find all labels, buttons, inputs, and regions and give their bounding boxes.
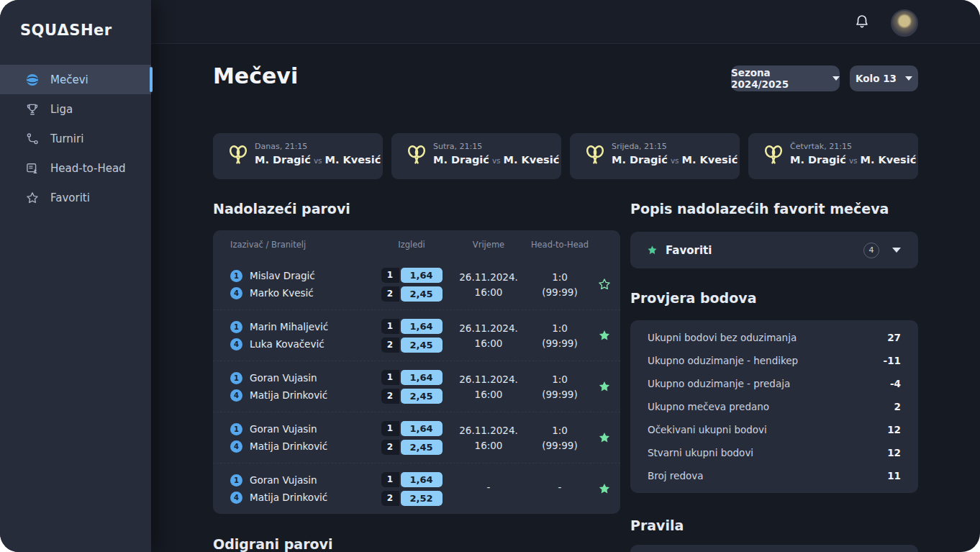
player-one: M. Dragić xyxy=(433,154,489,166)
match-card[interactable]: Danas, 21:15 M. DragićvsM. Kvesić xyxy=(213,133,383,179)
match-card[interactable]: Četvrtak, 21:15 M. DragićvsM. Kvesić xyxy=(748,133,918,179)
score-row: Ukupno mečeva predano2 xyxy=(630,395,918,418)
score-value: 27 xyxy=(887,332,901,343)
h2h-score: 1:0 xyxy=(522,374,597,385)
vs-label: vs xyxy=(668,156,682,165)
match-hour: 16:00 xyxy=(455,338,522,349)
topbar xyxy=(151,0,980,44)
app-window: SQUΔSHer Mečevi Liga Turniri xyxy=(0,0,980,552)
time-cell: 26.11.2024.16:00 xyxy=(455,322,522,349)
odds-button-1[interactable]: 11,64 xyxy=(381,421,443,436)
seed-badge: 4 xyxy=(230,287,242,299)
h2h-cell: 1:0(99:99) xyxy=(522,271,597,298)
ball-icon xyxy=(24,72,40,88)
vs-label: vs xyxy=(846,156,861,165)
table-row: 1Marin Mihaljević 4Luka Kovačević 11,64 … xyxy=(213,309,620,361)
player-name: Marko Kvesić xyxy=(250,287,314,299)
h2h-score: 1:0 xyxy=(522,322,597,334)
page-title: Mečevi xyxy=(213,63,298,89)
sidebar-item-turniri[interactable]: Turniri xyxy=(0,124,151,153)
table-row: 1Mislav Dragić 4Marko Kvesić 11,64 22,45… xyxy=(213,259,620,309)
h2h-cell: 1:0(99:99) xyxy=(522,425,597,451)
match-pair: M. DragićvsM. Kvesić xyxy=(790,154,916,166)
sidebar-item-mecevi[interactable]: Mečevi xyxy=(0,65,151,94)
time-cell: 26.11.2024.16:00 xyxy=(455,425,522,451)
match-pair: M. DragićvsM. Kvesić xyxy=(612,154,738,166)
players-cell: 1Marin Mihaljević 4Luka Kovačević xyxy=(230,321,368,350)
player-name: Marin Mihaljević xyxy=(250,321,328,332)
favorite-star-filled-icon[interactable] xyxy=(597,430,612,445)
player-one: M. Dragić xyxy=(790,154,846,166)
match-card[interactable]: Srijeda, 21:15 M. DragićvsM. Kvesić xyxy=(570,133,740,179)
odds-button-2[interactable]: 22,45 xyxy=(381,338,443,353)
bracket-icon xyxy=(24,131,40,147)
sidebar-item-favoriti[interactable]: Favoriti xyxy=(0,183,151,212)
favorite-star-filled-icon[interactable] xyxy=(597,481,612,496)
match-date: 26.11.2024. xyxy=(455,425,522,436)
match-date: 26.11.2024. xyxy=(455,374,522,385)
vs-label: vs xyxy=(489,156,504,165)
player-two: M. Kvesić xyxy=(861,154,917,166)
vs-label: vs xyxy=(311,156,325,165)
score-label: Ukupno oduzimanje - predaja xyxy=(648,378,790,389)
chevron-down-icon xyxy=(892,248,901,253)
seed-badge: 1 xyxy=(230,321,242,333)
round-dropdown-label: Kolo 13 xyxy=(856,73,897,84)
odds-button-2[interactable]: 22,45 xyxy=(381,286,443,302)
season-dropdown[interactable]: Sezona 2024/2025 xyxy=(731,65,840,91)
match-hour: 16:00 xyxy=(455,389,522,400)
favorite-star-outline-icon[interactable] xyxy=(597,277,612,291)
player-one: M. Dragić xyxy=(612,154,668,166)
odds-index: 2 xyxy=(381,440,399,455)
seed-badge: 4 xyxy=(230,440,242,453)
odds-value: 2,45 xyxy=(401,286,443,302)
table-row: 1Goran Vujasin 4Matija Drinković 11,64 2… xyxy=(213,463,620,514)
score-label: Stvarni ukupni bodovi xyxy=(648,447,753,458)
odds-index: 2 xyxy=(381,286,399,302)
match-time: Sutra, 21:15 xyxy=(433,142,482,151)
h2h-points: (99:99) xyxy=(522,440,597,451)
seed-badge: 4 xyxy=(230,492,242,504)
odds-index: 1 xyxy=(381,421,399,436)
players-cell: 1Goran Vujasin 4Matija Drinković xyxy=(230,372,368,402)
player-name: Mislav Dragić xyxy=(250,270,315,281)
rules-title: Pravila xyxy=(630,517,684,533)
match-card[interactable]: Sutra, 21:15 M. DragićvsM. Kvesić xyxy=(391,133,561,179)
odds-button-1[interactable]: 11,64 xyxy=(381,472,443,487)
score-check-title: Provjera bodova xyxy=(630,290,756,306)
round-dropdown[interactable]: Kolo 13 xyxy=(850,65,918,91)
odds-button-1[interactable]: 11,64 xyxy=(381,370,443,385)
sidebar-item-head-to-head[interactable]: Head-to-Head xyxy=(0,153,151,183)
odds-index: 1 xyxy=(381,268,399,283)
score-value: -4 xyxy=(890,378,901,389)
favorites-accordion[interactable]: Favoriti 4 xyxy=(630,232,918,268)
h2h-points: (99:99) xyxy=(522,389,597,400)
score-label: Ukupni bodovi bez oduzimanja xyxy=(648,332,797,343)
seed-badge: 1 xyxy=(230,372,242,384)
player-name: Matija Drinković xyxy=(250,440,327,452)
odds-index: 1 xyxy=(381,370,399,385)
rackets-icon xyxy=(761,144,786,168)
h2h-cell: 1:0(99:99) xyxy=(522,322,597,349)
match-hour: 16:00 xyxy=(455,286,522,298)
favorite-star-filled-icon[interactable] xyxy=(597,379,612,394)
odds-button-1[interactable]: 11,64 xyxy=(381,268,443,283)
odds-button-2[interactable]: 22,45 xyxy=(381,389,443,404)
odds-button-1[interactable]: 11,64 xyxy=(381,319,443,334)
players-cell: 1Goran Vujasin 4Matija Drinković xyxy=(230,474,368,504)
sidebar: SQUΔSHer Mečevi Liga Turniri xyxy=(0,0,151,552)
favorite-star-filled-icon[interactable] xyxy=(597,328,612,343)
user-avatar[interactable] xyxy=(891,9,918,37)
odds-index: 1 xyxy=(381,472,399,487)
odds-button-2[interactable]: 22,45 xyxy=(381,440,443,455)
match-pair: M. DragićvsM. Kvesić xyxy=(433,154,559,166)
sidebar-item-liga[interactable]: Liga xyxy=(0,94,151,124)
notifications-bell-icon[interactable] xyxy=(853,13,871,30)
h2h-score: - xyxy=(522,481,597,493)
sidebar-item-label: Favoriti xyxy=(50,191,90,204)
odds-index: 2 xyxy=(381,491,399,506)
odds-value: 2,45 xyxy=(401,440,443,455)
seed-badge: 4 xyxy=(230,389,242,402)
odds-button-2[interactable]: 22,52 xyxy=(381,491,443,506)
odds-value: 2,45 xyxy=(401,338,443,353)
